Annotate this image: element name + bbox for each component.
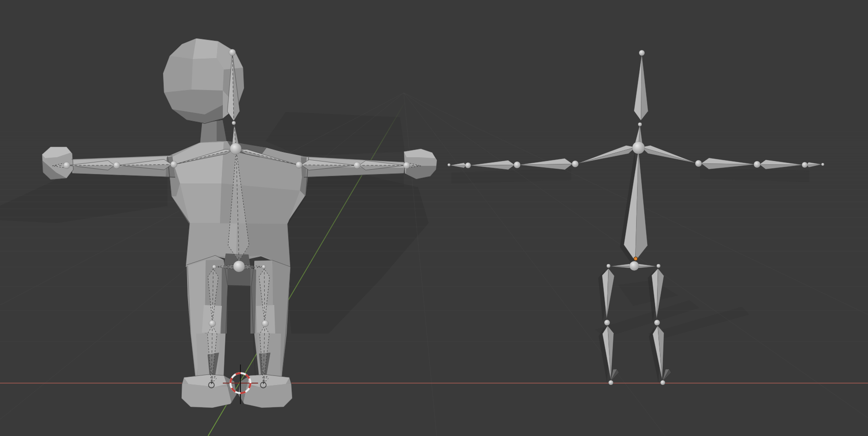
blender-3d-viewport[interactable] [0,0,868,436]
bone-joint [212,265,216,269]
bone-joint [607,264,610,268]
bone-joint [233,261,245,272]
bone-joint [230,143,241,154]
bone-joint [802,162,808,168]
bone-joint [403,162,410,169]
bone-joint [604,320,610,325]
bone-joint [754,161,760,168]
bone-joint [448,163,450,166]
bone-joint [609,380,613,385]
bone-joint [354,162,360,169]
viewport-canvas[interactable] [0,0,868,436]
object-origin-dot[interactable] [634,257,638,261]
bone-joint [660,380,665,385]
bone-joint [262,265,266,269]
bone-joint [821,163,824,166]
bone-joint [639,50,645,56]
bone-joint [514,162,520,168]
bone-joint [209,320,216,327]
bone-joint [63,162,70,169]
bone-joint [232,121,236,125]
bone-joint [465,162,471,168]
bone-joint [229,49,236,56]
viewport-background [0,0,868,436]
bone-joint [629,261,639,271]
bone-joint [170,161,177,168]
bone-joint [572,161,579,167]
bone-joint [657,264,660,268]
bone-joint [695,160,702,167]
bone-joint [632,142,645,154]
bone-joint [113,162,120,169]
bone-joint [638,122,642,126]
bone-joint [296,162,302,168]
bone-joint [654,320,660,325]
bone-joint [262,320,269,327]
